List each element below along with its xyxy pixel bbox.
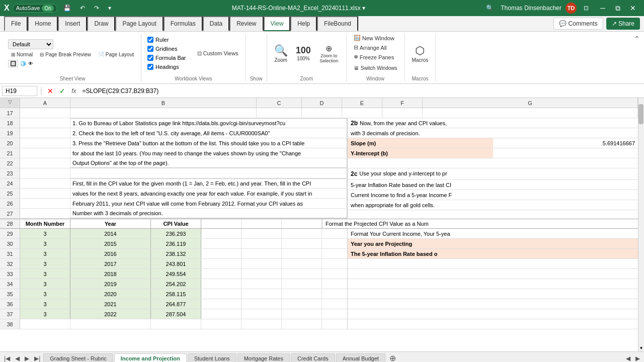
tab-insert[interactable]: Insert [58,16,87,31]
col-header-g[interactable]: G [423,98,638,108]
share-button[interactable]: ↗ Share [606,18,640,30]
file-dropdown-icon[interactable]: ▾ [362,5,365,12]
sheet-view-dropdown[interactable]: Default [8,39,53,49]
cell-c32[interactable]: 243.801 [151,259,201,268]
col-header-e[interactable]: E [342,98,382,108]
cell-f31[interactable] [282,249,322,258]
cell-a19[interactable] [20,128,70,138]
page-layout-button[interactable]: 📄 Page Layout [95,51,137,58]
cell-b29[interactable]: 2014 [70,229,151,238]
cell-b32[interactable]: 2017 [70,259,151,268]
ribbon-display-button[interactable]: ⊡ [581,4,592,13]
cell-f17[interactable] [382,108,423,118]
sheet-tab-budget[interactable]: Annual Budget [336,353,385,362]
col-header-f[interactable]: F [382,98,423,108]
col-header-c[interactable]: C [257,98,302,108]
cell-f36[interactable] [282,299,322,309]
cell-c34[interactable]: 254.202 [151,279,201,289]
cell-e17[interactable] [342,108,382,118]
y-intercept-value-cell[interactable] [493,148,638,158]
cell-a27[interactable] [20,209,70,218]
cell-c35[interactable]: 258.115 [151,289,201,299]
cell-c28[interactable]: CPI Value [151,219,201,228]
slope-value-cell[interactable]: 5.691416667 [493,138,638,148]
add-sheet-button[interactable]: ⊕ [386,352,399,362]
cell-f37[interactable] [282,309,322,319]
cell-f33[interactable] [282,269,322,279]
cell-c33[interactable]: 249.554 [151,269,201,279]
cell-b18-merge[interactable]: 1. Go to Bureau of Labor Statistics page… [70,118,347,128]
user-avatar[interactable]: TD [566,3,577,14]
cell-b21-merge[interactable]: for about the last 10 years. (You may ne… [70,148,347,158]
cell-f28[interactable] [282,219,322,228]
cell-d30[interactable] [201,239,242,248]
cell-f32[interactable] [282,259,322,268]
sheet-tab-income[interactable]: Income and Projection [114,353,187,363]
cell-f34[interactable] [282,279,322,289]
cell-a21[interactable] [20,148,70,158]
cell-g17[interactable] [423,108,638,118]
cell-d35[interactable] [201,289,242,299]
cell-d36[interactable] [201,299,242,309]
cell-e28[interactable] [242,219,282,228]
freeze-panes-button[interactable]: ❄ Freeze Panes [351,53,397,61]
tab-data[interactable]: Data [203,16,229,31]
sheet-tab-credit[interactable]: Credit Cards [291,353,335,362]
tab-nav-last[interactable]: ▶| [32,354,42,363]
cell-b25-merge[interactable]: values for the next 8 years, advancing e… [70,189,347,198]
cell-b36[interactable]: 2021 [70,299,151,309]
cell-a28[interactable]: Month Number [20,219,70,228]
cell-a36[interactable]: 3 [20,299,70,309]
sheet-tab-loans[interactable]: Student Loans [188,353,236,362]
gridlines-checkbox[interactable] [147,46,153,52]
tab-view[interactable]: View [264,16,291,31]
cell-b35[interactable]: 2020 [70,289,151,299]
tab-home[interactable]: Home [28,16,58,31]
cell-a24[interactable] [20,178,70,188]
cell-e30[interactable] [242,239,282,248]
tab-help[interactable]: Help [290,16,317,31]
cell-e33[interactable] [242,269,282,279]
cell-c38[interactable] [151,319,201,329]
formula-bar-checkbox[interactable] [147,55,153,61]
cell-d34[interactable] [201,279,242,289]
save-button[interactable]: 💾 [60,4,74,13]
tab-page-layout[interactable]: Page Layout [115,16,163,31]
cell-b28[interactable]: Year [70,219,151,228]
cell-d17[interactable] [302,108,342,118]
cell-b17[interactable] [70,108,257,118]
confirm-formula-button[interactable]: ✓ [57,86,67,96]
scroll-down-button[interactable]: ▼ [639,346,643,350]
freeze-icon-button[interactable]: 🧊 [20,61,26,66]
collapse-ribbon-button[interactable]: ⌃ [634,35,640,43]
undo-button[interactable]: ↶ [77,4,88,13]
cell-d31[interactable] [201,249,242,258]
zoom-100-button[interactable]: 100 100% [293,43,314,63]
zoom-button[interactable]: 🔍 Zoom [271,42,291,65]
cell-d28[interactable] [201,219,242,228]
cell-d32[interactable] [201,259,242,268]
cell-a37[interactable]: 3 [20,309,70,319]
cell-f38[interactable] [282,319,322,329]
tab-formulas[interactable]: Formulas [164,16,203,31]
cell-c30[interactable]: 236.119 [151,239,201,248]
cell-a17[interactable] [20,108,70,118]
cell-b33[interactable]: 2018 [70,269,151,279]
close-button[interactable]: ✕ [626,3,640,14]
cell-b26-merge[interactable]: February 2011, your next CPI value will … [70,199,347,208]
cell-e34[interactable] [242,279,282,289]
cell-c37[interactable]: 287.504 [151,309,201,319]
cell-b30[interactable]: 2015 [70,239,151,248]
cell-a34[interactable]: 3 [20,279,70,289]
tab-scroll-right-btn[interactable]: ▶ [633,354,642,363]
sheet-tab-mortgage[interactable]: Mortgage Rates [237,353,290,362]
cell-e31[interactable] [242,249,282,258]
normal-view-button[interactable]: ⊞ Normal [8,51,36,58]
cell-a20[interactable] [20,138,70,148]
col-header-d[interactable]: D [302,98,342,108]
cell-b31[interactable]: 2016 [70,249,151,258]
cell-d29[interactable] [201,229,242,238]
cell-e38[interactable] [242,319,282,329]
cell-f29[interactable] [282,229,322,238]
cell-a26[interactable] [20,199,70,208]
